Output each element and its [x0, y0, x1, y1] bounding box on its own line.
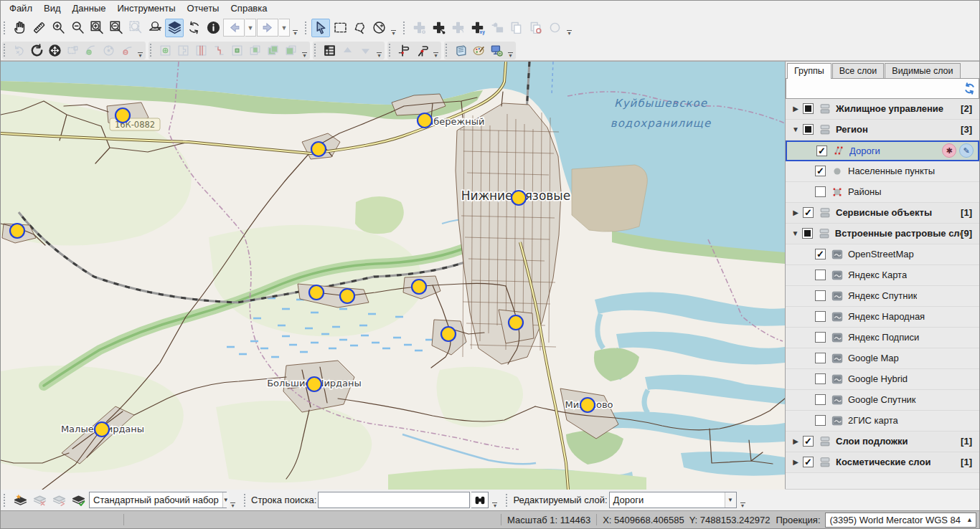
- tree-group-косметические-слои[interactable]: ▶✓Косметические слои[1]: [786, 452, 979, 473]
- toolbar-overflow-button[interactable]: ▾: [507, 42, 514, 58]
- rect-merge-icon[interactable]: [174, 42, 192, 59]
- tab-видимые-слои[interactable]: Видимые слои: [885, 63, 960, 78]
- search-input[interactable]: [318, 492, 470, 508]
- drag-handle[interactable]: [389, 44, 392, 57]
- layer-visibility-checkbox[interactable]: [815, 290, 826, 301]
- style-palette-icon[interactable]: [470, 42, 487, 59]
- snap-start-icon[interactable]: [395, 42, 413, 59]
- map-point-marker[interactable]: [10, 224, 24, 238]
- toolbar-overflow-button[interactable]: ▾: [491, 492, 499, 508]
- tree-layer-яндекс-карта[interactable]: Яндекс Карта: [786, 265, 979, 286]
- snap-end-icon[interactable]: [413, 42, 430, 59]
- map-point-marker[interactable]: [512, 191, 526, 205]
- poly-add-icon[interactable]: [228, 42, 245, 59]
- chevron-down-icon[interactable]: ▼: [725, 492, 736, 507]
- drag-handle[interactable]: [4, 494, 7, 507]
- move-down-icon[interactable]: [357, 42, 374, 59]
- layer-visibility-checkbox[interactable]: [815, 186, 826, 197]
- map-point-marker[interactable]: [441, 327, 456, 341]
- add-line-icon[interactable]: [429, 19, 448, 37]
- tree-group-сервисные-объекты[interactable]: ▶✓Сервисные объекты[1]: [786, 203, 979, 224]
- edit-layer-combo[interactable]: Дороги ▼: [609, 492, 737, 508]
- tree-group-регион[interactable]: ▼Регион[3]: [786, 120, 979, 140]
- layer-visibility-checkbox[interactable]: ✓: [816, 146, 827, 156]
- rect-step-icon[interactable]: [210, 42, 227, 59]
- layer-visibility-checkbox[interactable]: [815, 373, 826, 384]
- map-point-marker[interactable]: [307, 377, 321, 391]
- drag-handle[interactable]: [314, 44, 318, 57]
- toolbar-overflow-button[interactable]: ▾: [136, 42, 144, 58]
- workspace-remove-icon[interactable]: [30, 491, 49, 510]
- pan-tool-icon[interactable]: [10, 19, 29, 37]
- layer-visibility-checkbox[interactable]: ✓: [803, 436, 814, 447]
- zoom-layer-icon[interactable]: [146, 19, 164, 37]
- add-arc-icon[interactable]: [82, 42, 99, 59]
- nav-forward-icon-dropdown[interactable]: ▼: [279, 19, 290, 37]
- notebook-icon[interactable]: [452, 42, 469, 59]
- drag-handle[interactable]: [506, 494, 509, 507]
- tree-layer-google-hybrid[interactable]: Google Hybrid: [786, 369, 979, 390]
- layer-visibility-checkbox[interactable]: [815, 332, 826, 343]
- drag-handle[interactable]: [446, 44, 449, 57]
- toolbar-overflow-button[interactable]: ▾: [390, 20, 397, 36]
- toolbar-overflow-button[interactable]: ▾: [375, 42, 383, 58]
- layer-visibility-checkbox[interactable]: [803, 103, 814, 114]
- rect-add-icon[interactable]: [156, 42, 174, 59]
- tree-group-слои-подложки[interactable]: ▶✓Слои подложки[1]: [786, 432, 979, 452]
- expander-closed-icon[interactable]: ▶: [790, 209, 801, 216]
- toolbar-overflow-button[interactable]: ▾: [739, 492, 747, 508]
- zoom-out-icon[interactable]: [68, 19, 87, 37]
- tree-layer-2гис-карта[interactable]: 2ГИС карта: [786, 411, 979, 432]
- drag-handle[interactable]: [403, 22, 407, 34]
- expander-open-icon[interactable]: ▼: [790, 229, 801, 237]
- layer-visibility-checkbox[interactable]: ✓: [815, 249, 826, 259]
- tree-layer-google-спутник[interactable]: Google Спутник: [786, 390, 979, 411]
- edit-nodes-icon[interactable]: [64, 42, 81, 59]
- drag-handle[interactable]: [244, 494, 248, 507]
- drag-handle[interactable]: [305, 22, 308, 34]
- expander-closed-icon[interactable]: ▶: [790, 105, 801, 113]
- remove-arc-icon[interactable]: [118, 42, 135, 59]
- drag-handle[interactable]: [150, 44, 154, 57]
- rect-columns-icon[interactable]: [192, 42, 209, 59]
- zoom-out-rect-icon[interactable]: [107, 19, 126, 37]
- zoom-selection-icon[interactable]: [126, 19, 145, 37]
- expander-closed-icon[interactable]: ▶: [790, 458, 801, 466]
- layer-visibility-checkbox[interactable]: [815, 394, 826, 405]
- tab-группы[interactable]: Группы: [787, 63, 831, 79]
- layer-visibility-checkbox[interactable]: ✓: [803, 457, 814, 467]
- tree-layer-яндекс-народная[interactable]: Яндекс Народная: [786, 307, 979, 328]
- map-point-marker[interactable]: [509, 315, 523, 330]
- add-polygon-icon[interactable]: [448, 19, 467, 37]
- projection-combo[interactable]: (3395) World Mercator WGS 84 ▲: [825, 513, 976, 528]
- rotate-point-icon[interactable]: [100, 42, 117, 59]
- toolbar-overflow-button[interactable]: ▾: [565, 20, 573, 36]
- paste-icon[interactable]: [526, 19, 545, 37]
- add-xy-icon[interactable]: xy: [468, 19, 486, 37]
- layer-visibility-checkbox[interactable]: ✓: [815, 166, 826, 176]
- move-object-icon[interactable]: [46, 42, 63, 59]
- drag-handle[interactable]: [4, 44, 7, 57]
- layer-filter-input[interactable]: [786, 80, 960, 97]
- workspace-star-icon[interactable]: [11, 491, 29, 510]
- menu-item-инструменты[interactable]: Инструменты: [111, 1, 181, 15]
- undo-icon[interactable]: [10, 42, 27, 59]
- layer-visibility-checkbox[interactable]: [803, 124, 814, 135]
- measure-icon[interactable]: [29, 19, 48, 37]
- select-arrow-icon[interactable]: [311, 19, 330, 37]
- workspace-save-icon[interactable]: [69, 491, 88, 510]
- locate-layer-icon[interactable]: ✱: [942, 143, 956, 158]
- workspace-combo[interactable]: Стандартный рабочий набор ▼: [89, 492, 227, 508]
- refresh-map-icon[interactable]: [184, 19, 203, 37]
- poly-subtract-icon[interactable]: [282, 42, 299, 59]
- menu-item-вид[interactable]: Вид: [38, 1, 67, 15]
- layer-visibility-checkbox[interactable]: [815, 415, 826, 426]
- layer-visibility-checkbox[interactable]: ✓: [803, 207, 814, 218]
- map-point-marker[interactable]: [340, 289, 354, 303]
- nav-back-icon-dropdown[interactable]: ▼: [245, 19, 256, 37]
- edit-layer-icon[interactable]: ✎: [959, 143, 974, 158]
- map-point-marker[interactable]: [116, 108, 130, 123]
- toolbar-overflow-button[interactable]: ▾: [432, 42, 440, 58]
- menu-item-файл[interactable]: Файл: [4, 1, 38, 15]
- tree-group-жилищное-управление[interactable]: ▶Жилищное управление[2]: [786, 99, 979, 120]
